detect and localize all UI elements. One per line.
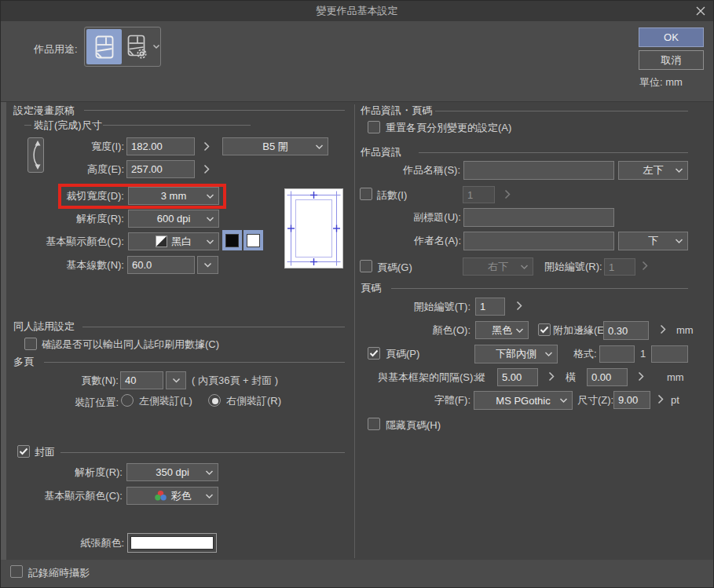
group-title-cover: 封面	[35, 444, 55, 460]
frame-gap-label: 與基本框架的間隔(S):	[378, 368, 472, 386]
chevron-down-icon	[675, 168, 683, 173]
author-position-dropdown[interactable]: 下	[618, 232, 688, 250]
doujin-export-checkbox[interactable]	[24, 338, 37, 350]
expression-color-black-swatch[interactable]	[222, 230, 242, 250]
page-number-g-position-dropdown[interactable]: 右下	[463, 257, 533, 276]
black-white-icon	[156, 236, 167, 247]
page-number-p-position-value: 下部內側	[496, 347, 536, 361]
page-number-g-position-value: 右下	[488, 260, 508, 274]
page-number-g-checkbox[interactable]	[360, 260, 372, 272]
start-number-t-input[interactable]	[475, 298, 505, 316]
start-number-r-arrow-icon	[642, 261, 648, 271]
font-size-unit-label: pt	[671, 391, 679, 409]
chevron-down-icon	[206, 193, 214, 199]
usage-comic-settings-button[interactable]	[123, 29, 152, 64]
frame-gap-vertical-label: 縱	[475, 368, 485, 386]
reset-per-page-checkbox[interactable]	[368, 121, 380, 133]
cover-color-dropdown[interactable]: 彩色	[126, 487, 218, 505]
font-size-label: 尺寸(Z):	[577, 391, 613, 409]
resolution-dropdown[interactable]: 600 dpi	[128, 210, 219, 228]
episode-number-checkbox[interactable]	[360, 188, 372, 200]
basic-color-value: 黑白	[171, 235, 192, 249]
size-preset-dropdown[interactable]: B5 開	[222, 137, 328, 155]
group-title-multipage: 多頁	[13, 354, 34, 370]
subtitle-label: 副標題(U):	[383, 208, 461, 226]
swap-width-height-button[interactable]	[27, 137, 44, 173]
frame-gap-vertical-arrow-icon[interactable]	[548, 371, 555, 382]
edge-apply-arrow-icon[interactable]	[660, 324, 666, 334]
binding-left-radio[interactable]	[121, 394, 134, 407]
timelapse-checkbox[interactable]	[10, 565, 23, 578]
title-bar: 變更作品基本設定	[1, 1, 713, 21]
expression-color-white-swatch[interactable]	[243, 230, 263, 250]
swap-vertical-icon	[29, 139, 42, 171]
usage-chevron-down-icon[interactable]	[152, 44, 160, 49]
check-icon	[19, 447, 28, 455]
close-icon[interactable]	[695, 5, 706, 16]
work-name-input[interactable]	[463, 161, 614, 180]
format-suffix-input[interactable]	[651, 345, 688, 363]
font-size-arrow-icon[interactable]	[657, 394, 664, 404]
usage-comic-button[interactable]	[86, 29, 122, 64]
width-apply-arrow-icon[interactable]	[203, 141, 210, 152]
doujin-export-label: 確認是否可以輸出同人誌印刷用數據(C)	[42, 335, 219, 353]
height-apply-arrow-icon[interactable]	[203, 164, 210, 174]
bleed-width-dropdown[interactable]: 3 mm	[128, 187, 219, 205]
hide-page-number-label: 隱藏頁碼(H)	[386, 416, 441, 434]
frame-gap-horizontal-input[interactable]	[587, 368, 628, 386]
page-number-p-label: 頁碼(P)	[386, 345, 419, 363]
author-input[interactable]	[463, 232, 614, 250]
chevron-down-icon	[559, 398, 568, 404]
group-line	[391, 288, 688, 289]
chevron-down-icon	[206, 216, 214, 221]
width-input[interactable]	[126, 137, 195, 155]
paper-color-label: 紙張顏色:	[46, 534, 124, 552]
dialog-title: 變更作品基本設定	[1, 1, 713, 21]
format-number-label: 1	[640, 345, 646, 363]
panel-left-edge	[1, 102, 6, 560]
binding-right-label: 右側裝訂(R)	[226, 392, 281, 410]
cancel-button[interactable]: 取消	[639, 50, 704, 70]
font-size-input[interactable]	[613, 391, 650, 409]
page-count-input[interactable]	[120, 371, 163, 389]
ok-button[interactable]: OK	[639, 27, 704, 47]
paper-color-swatch[interactable]	[127, 533, 217, 553]
start-number-r-input[interactable]	[604, 258, 635, 276]
edge-unit-label: mm	[676, 321, 694, 339]
height-input[interactable]	[126, 160, 195, 178]
page-number-color-dropdown[interactable]: 黑色	[475, 321, 529, 339]
cover-resolution-dropdown[interactable]: 350 dpi	[126, 463, 218, 481]
subtitle-input[interactable]	[463, 208, 614, 227]
work-name-position-dropdown[interactable]: 左下	[618, 161, 688, 180]
format-prefix-input[interactable]	[599, 345, 635, 363]
check-icon	[369, 349, 379, 357]
binding-right-radio[interactable]	[208, 394, 221, 407]
hide-page-number-checkbox[interactable]	[368, 418, 380, 430]
font-dropdown[interactable]: MS PGothic	[474, 391, 573, 410]
basic-color-dropdown[interactable]: 黑白	[128, 232, 219, 250]
chevron-down-icon	[205, 493, 214, 499]
start-number-t-arrow-icon[interactable]	[516, 301, 522, 311]
edge-checkbox[interactable]	[538, 323, 551, 336]
frame-gap-horizontal-arrow-icon[interactable]	[638, 371, 644, 382]
line-count-input[interactable]	[127, 256, 195, 274]
page-count-dropdown-button[interactable]	[166, 371, 186, 389]
episode-number-input[interactable]	[463, 186, 495, 203]
group-line	[82, 327, 345, 327]
edge-width-input[interactable]	[603, 321, 649, 340]
size-preset-value: B5 開	[262, 140, 288, 154]
line-count-dropdown-button[interactable]	[197, 256, 218, 274]
binding-left-label: 左側裝訂(L)	[139, 392, 192, 410]
frame-gap-unit-label: mm	[667, 368, 684, 386]
frame-gap-vertical-input[interactable]	[497, 368, 538, 386]
page-number-p-position-dropdown[interactable]: 下部內側	[474, 345, 558, 363]
episode-number-label: 話數(I)	[377, 186, 407, 204]
group-line	[435, 111, 688, 111]
cover-resolution-label: 解析度(R):	[44, 463, 123, 481]
subgroup-dash	[24, 125, 31, 126]
cover-checkbox[interactable]	[17, 445, 30, 458]
comic-page-gear-icon	[127, 35, 148, 60]
usage-label: 作品用途:	[34, 40, 78, 58]
unit-label: 單位: mm	[639, 73, 683, 91]
page-number-p-checkbox[interactable]	[368, 347, 380, 360]
